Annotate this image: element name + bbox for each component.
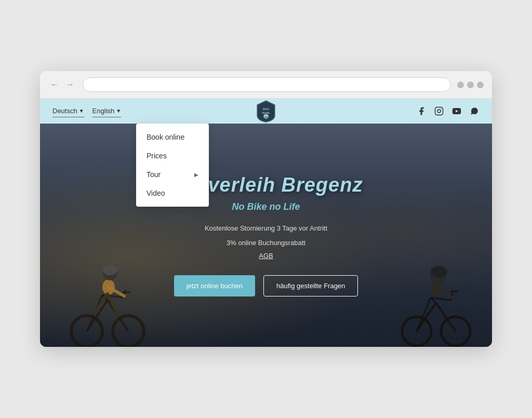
browser-window: ← → Deutsch ▼ English ▼ [40, 71, 492, 347]
svg-text:BIKE: BIKE [263, 107, 270, 111]
book-online-button[interactable]: jetzt online buchen [174, 275, 255, 296]
svg-point-18 [103, 265, 117, 275]
back-button[interactable]: ← [48, 79, 61, 90]
logo-svg: BIKE RENTAL [256, 100, 276, 123]
faq-button[interactable]: häufig gestellte Fragen [263, 275, 358, 296]
dropdown-item-video[interactable]: Video [136, 184, 209, 203]
english-chevron: ▼ [116, 108, 121, 114]
english-label: English [92, 107, 115, 115]
cyclist-left-silhouette [66, 212, 149, 347]
dropdown-menu: Book online Prices Tour ▶ Video [136, 124, 209, 207]
top-nav: Deutsch ▼ English ▼ BIKE RENTAL [40, 99, 492, 124]
social-section [416, 106, 480, 116]
tour-arrow-icon: ▶ [194, 172, 198, 178]
agb-link[interactable]: AGB [169, 252, 363, 260]
svg-point-5 [441, 109, 442, 110]
youtube-icon[interactable] [451, 106, 462, 116]
website-content: Deutsch ▼ English ▼ BIKE RENTAL [40, 99, 492, 347]
deutsch-label: Deutsch [52, 107, 77, 115]
logo-area: BIKE RENTAL [256, 100, 276, 123]
hero-buttons: jetzt online buchen häufig gestellte Fra… [169, 275, 363, 296]
dropdown-item-prices[interactable]: Prices [136, 146, 209, 165]
hero-section: Radverleih Bregenz No Bike no Life Koste… [40, 124, 492, 347]
svg-point-4 [437, 110, 441, 113]
forward-button[interactable]: → [64, 79, 76, 90]
address-bar[interactable] [83, 77, 451, 92]
book-online-label: Book online [147, 133, 184, 141]
tour-label: Tour [147, 170, 161, 179]
prices-label: Prices [147, 152, 167, 160]
logo-badge: BIKE RENTAL [256, 100, 276, 123]
svg-rect-3 [435, 107, 443, 115]
browser-nav: ← → [48, 79, 76, 90]
whatsapp-icon[interactable] [469, 106, 480, 116]
facebook-icon[interactable] [416, 106, 427, 116]
hero-line1: Kostenlose Stornierung 3 Tage vor Antrit… [169, 223, 363, 234]
dropdown-item-tour[interactable]: Tour ▶ [136, 165, 209, 184]
browser-chrome: ← → [40, 71, 492, 99]
dot-1 [457, 82, 464, 88]
instagram-icon[interactable] [434, 106, 444, 116]
hero-line2: 3% online Buchungsrabatt [169, 237, 363, 249]
deutsch-chevron: ▼ [79, 108, 84, 114]
dropdown-item-book-online[interactable]: Book online [136, 128, 209, 146]
dot-2 [467, 82, 474, 88]
video-label: Video [147, 189, 165, 197]
svg-point-33 [431, 266, 447, 277]
english-lang-button[interactable]: English ▼ [92, 105, 122, 117]
browser-dots [457, 82, 484, 88]
dot-3 [477, 82, 484, 88]
deutsch-lang-button[interactable]: Deutsch ▼ [52, 105, 84, 117]
language-section: Deutsch ▼ English ▼ [52, 105, 121, 117]
cyclist-right-silhouette [398, 212, 471, 347]
